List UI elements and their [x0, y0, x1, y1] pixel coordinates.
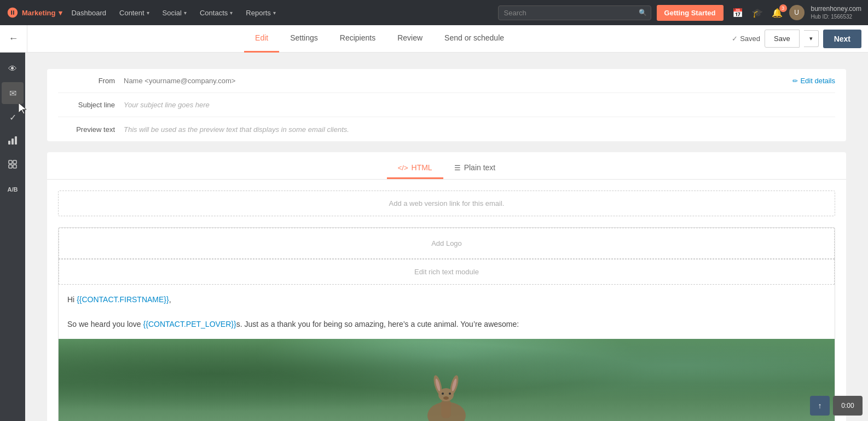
search-input[interactable]: [498, 5, 651, 20]
content-tabs-area: </> HTML ☰ Plain text Add a web version …: [47, 152, 846, 421]
saved-indicator: ✓ Saved: [732, 34, 760, 43]
check-icon: ✓: [732, 34, 738, 43]
subject-value[interactable]: Your subject line goes here: [124, 101, 835, 109]
edit-toolbar: ← Edit Settings Recipients Review Send o…: [0, 25, 868, 53]
nav-social[interactable]: Social ▾: [156, 0, 193, 25]
content-tabs-header: </> HTML ☰ Plain text: [47, 152, 846, 180]
save-button[interactable]: Save: [765, 30, 800, 48]
contacts-caret: ▾: [230, 10, 233, 16]
user-avatar[interactable]: U: [789, 5, 805, 20]
search-area: 🔍: [498, 5, 651, 20]
tab-plain-text[interactable]: ☰ Plain text: [443, 158, 507, 179]
svg-point-14: [442, 393, 444, 395]
nav-contacts[interactable]: Contacts ▾: [193, 0, 239, 25]
timer-button[interactable]: 0:00: [833, 396, 863, 416]
notification-icon[interactable]: 🔔 3: [769, 5, 785, 20]
subject-label: Subject line: [58, 101, 124, 109]
nav-content[interactable]: Content ▾: [113, 0, 156, 25]
nav-icons-group: 📅 🎓 🔔 3 U burrenhoney.com Hub ID: 156653…: [730, 5, 862, 21]
tab-recipients[interactable]: Recipients: [329, 25, 386, 53]
svg-rect-2: [15, 136, 17, 145]
tab-edit[interactable]: Edit: [244, 25, 279, 53]
web-version-bar[interactable]: Add a web version link for this email.: [58, 191, 835, 216]
svg-rect-6: [13, 165, 16, 168]
subject-row: Subject line Your subject line goes here: [58, 93, 835, 117]
email-animal-image: [59, 339, 835, 421]
svg-rect-5: [9, 165, 12, 168]
from-label: From: [58, 77, 124, 85]
email-icon: ✉: [9, 88, 16, 99]
left-sidebar: 👁 ✉ ✓: [0, 53, 25, 421]
email-body-paragraph: So we heard you love {{CONTACT.PET_LOVER…: [67, 318, 826, 330]
social-caret: ▾: [184, 10, 187, 16]
email-text-content: Hi {{CONTACT.FIRSTNAME}}, So we heard yo…: [59, 285, 835, 339]
main-layout: 👁 ✉ ✓: [0, 53, 868, 421]
next-button[interactable]: Next: [823, 30, 861, 48]
preview-icon-button[interactable]: 👁: [2, 58, 24, 80]
edit-rich-text-block[interactable]: Edit rich text module: [59, 259, 835, 285]
toolbar-right: ✓ Saved Save ▾ Next: [732, 30, 868, 48]
marketing-logo[interactable]: Marketing ▾: [7, 7, 62, 19]
content-area: From Name <yourname@company.com> ✏ Edit …: [25, 53, 868, 421]
svg-point-15: [449, 393, 451, 395]
email-meta-section: From Name <yourname@company.com> ✏ Edit …: [47, 69, 846, 141]
chart-icon: [8, 135, 18, 147]
from-row: From Name <yourname@company.com> ✏ Edit …: [58, 69, 835, 93]
bottom-right-overlay: ↑ 0:00: [810, 396, 863, 416]
email-canvas: Add a web version link for this email. A…: [47, 191, 846, 421]
notification-badge: 3: [779, 4, 787, 12]
graduation-icon[interactable]: 🎓: [750, 5, 765, 20]
edit-details-link[interactable]: ✏ Edit details: [792, 77, 835, 85]
svg-rect-8: [441, 399, 451, 418]
eye-icon: 👁: [8, 64, 17, 74]
from-value: Name <yourname@company.com>: [124, 77, 792, 85]
svg-point-16: [443, 396, 449, 400]
upload-button[interactable]: ↑: [810, 396, 830, 416]
tab-review[interactable]: Review: [386, 25, 433, 53]
calendar-icon[interactable]: 📅: [730, 5, 745, 20]
check-icon-button[interactable]: ✓: [2, 106, 24, 128]
animal-image-inner: [59, 339, 835, 421]
back-button[interactable]: ←: [0, 25, 27, 53]
svg-rect-3: [9, 160, 12, 164]
preview-label: Preview text: [58, 125, 124, 134]
nav-reports[interactable]: Reports ▾: [239, 0, 282, 25]
box-icon: [8, 159, 18, 171]
edit-tabs: Edit Settings Recipients Review Send or …: [27, 25, 732, 53]
modules-icon-button[interactable]: [2, 154, 24, 176]
top-navigation: Marketing ▾ Dashboard Content ▾ Social ▾…: [0, 0, 868, 25]
reports-caret: ▾: [273, 10, 276, 16]
email-body-section: Add Logo Edit rich text module Hi {{CONT…: [58, 227, 835, 421]
add-logo-block[interactable]: Add Logo: [59, 228, 835, 259]
nav-dashboard[interactable]: Dashboard: [65, 0, 113, 25]
ab-test-icon-button[interactable]: A/B: [2, 178, 24, 200]
analytics-icon-button[interactable]: [2, 130, 24, 152]
html-code-icon: </>: [398, 164, 408, 172]
svg-rect-1: [11, 139, 14, 145]
getting-started-button[interactable]: Getting Started: [657, 5, 724, 21]
email-icon-button[interactable]: ✉: [2, 82, 24, 104]
svg-rect-0: [8, 141, 10, 145]
preview-text-row: Preview text This will be used as the pr…: [58, 117, 835, 141]
email-greeting: Hi {{CONTACT.FIRSTNAME}},: [67, 293, 826, 305]
marketing-dropdown-caret: ▾: [59, 9, 62, 17]
check-icon: ✓: [9, 112, 16, 123]
pencil-icon: ✏: [792, 77, 798, 85]
tab-send-or-schedule[interactable]: Send or schedule: [433, 25, 515, 53]
user-info: burrenhoney.com Hub ID: 1566532: [811, 5, 862, 21]
tab-html[interactable]: </> HTML: [387, 158, 443, 179]
preview-value[interactable]: This will be used as the preview text th…: [124, 125, 835, 134]
search-icon: 🔍: [639, 9, 647, 16]
content-caret: ▾: [147, 10, 149, 16]
ab-icon: A/B: [8, 186, 18, 193]
tab-settings[interactable]: Settings: [279, 25, 329, 53]
save-dropdown-button[interactable]: ▾: [804, 30, 819, 47]
text-icon: ☰: [454, 164, 461, 172]
upload-icon: ↑: [818, 401, 822, 410]
svg-rect-4: [13, 160, 16, 164]
timer-label: 0:00: [841, 402, 854, 410]
